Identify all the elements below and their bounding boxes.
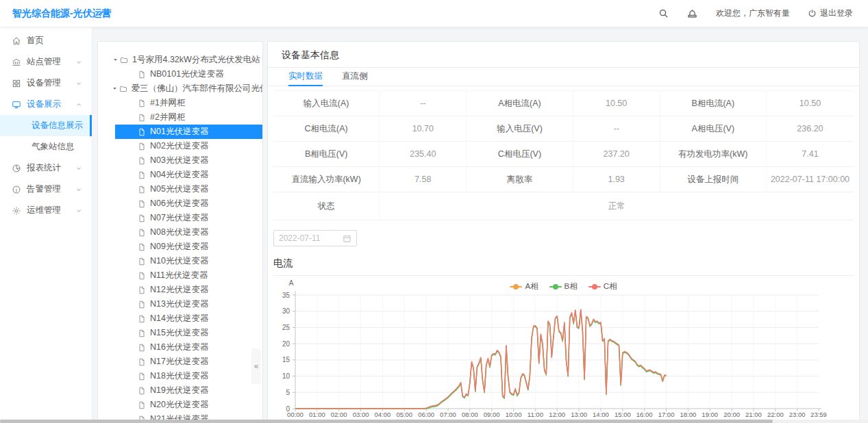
svg-text:30: 30 <box>282 307 290 315</box>
sidebar-item-1[interactable]: 首页 <box>0 30 92 51</box>
sidebar-item-7[interactable]: 报表统计 <box>0 157 92 179</box>
tree-node[interactable]: N11光伏逆变器 <box>115 268 262 283</box>
tree-node[interactable]: N13光伏逆变器 <box>115 297 262 311</box>
svg-text:03:00: 03:00 <box>353 411 369 418</box>
top-header: 智光综合能源-光伏运营 欢迎您，广东智有量 退出登录 <box>0 0 868 27</box>
legend-item-B相[interactable]: B相 <box>549 281 578 292</box>
sidebar-item-9[interactable]: 运维管理 <box>0 200 92 221</box>
svg-text:00:00: 00:00 <box>287 411 303 418</box>
svg-text:16:00: 16:00 <box>636 411 653 418</box>
tree-node[interactable]: N03光伏逆变器 <box>115 153 262 168</box>
sidebar-item-label: 站点管理 <box>27 56 61 68</box>
logout-button[interactable]: 退出登录 <box>808 8 853 19</box>
caret-down-icon[interactable] <box>110 57 120 63</box>
file-icon <box>138 315 146 323</box>
tree-node-label: N12光伏逆变器 <box>150 284 208 296</box>
date-input[interactable] <box>279 233 338 243</box>
cluster-icon <box>12 79 21 88</box>
tree-node[interactable]: NB0101光伏逆变器 <box>115 67 262 81</box>
tree-node[interactable]: N08光伏逆变器 <box>115 225 262 240</box>
tree-node[interactable]: N16光伏逆变器 <box>115 340 262 355</box>
svg-text:09:00: 09:00 <box>484 411 500 418</box>
legend-item-A相[interactable]: A相 <box>510 281 538 292</box>
svg-text:08:00: 08:00 <box>462 411 478 418</box>
sidebar-item-6[interactable]: 气象站信息 <box>0 136 92 157</box>
svg-text:18:00: 18:00 <box>680 411 697 418</box>
legend-item-C相[interactable]: C相 <box>588 281 617 292</box>
field-value: 10.50 <box>767 91 854 116</box>
tree-node[interactable]: N15光伏逆变器 <box>115 326 262 340</box>
date-picker[interactable] <box>273 230 357 246</box>
field-value: 2022-07-11 17:00:00 <box>767 167 854 192</box>
svg-text:12:00: 12:00 <box>549 411 565 418</box>
sidebar-item-label: 首页 <box>27 35 44 47</box>
svg-text:04:00: 04:00 <box>375 411 391 418</box>
field-label: B相电压(V) <box>273 142 380 166</box>
tree-node[interactable]: N04光伏逆变器 <box>115 168 262 182</box>
tree-node[interactable]: N20光伏逆变器 <box>115 398 262 412</box>
app-window: 智光综合能源-光伏运营 欢迎您，广东智有量 退出登录 <box>0 0 868 423</box>
file-icon <box>138 300 146 309</box>
tree-node-label: 爱三（佛山）汽车部件有限公司光伏发 <box>132 83 262 94</box>
tree-node-label: N20光伏逆变器 <box>150 399 208 411</box>
tree-node[interactable]: N05光伏逆变器 <box>115 182 262 196</box>
tree-node[interactable]: N17光伏逆变器 <box>115 355 262 369</box>
scrollbar-thumb[interactable] <box>0 420 773 423</box>
sidebar-item-2[interactable]: 站点管理 <box>0 51 92 73</box>
svg-text:17:00: 17:00 <box>658 411 675 418</box>
tab-1[interactable]: 实时数据 <box>288 68 323 86</box>
tree-node[interactable]: N10光伏逆变器 <box>115 254 262 268</box>
caret-down-icon[interactable] <box>110 86 119 92</box>
tree-node-label: #2并网柜 <box>150 112 185 123</box>
tab-2[interactable]: 直流侧 <box>342 68 368 86</box>
field-label: 输入电压(V) <box>467 116 573 141</box>
svg-text:10:00: 10:00 <box>506 411 522 418</box>
sidebar-item-4[interactable]: 设备展示 <box>0 94 92 115</box>
tree-node[interactable]: N12光伏逆变器 <box>115 283 262 297</box>
tree-node[interactable]: N06光伏逆变器 <box>115 196 262 211</box>
field-label: B相电流(A) <box>660 91 767 116</box>
tree-node[interactable]: N14光伏逆变器 <box>115 311 262 326</box>
sidebar-item-5[interactable]: 设备信息展示 <box>0 115 92 136</box>
menu-fold-icon[interactable] <box>99 8 111 19</box>
horizontal-scrollbar[interactable] <box>0 420 868 423</box>
file-icon <box>138 142 146 151</box>
tree-node-label: NB0101光伏逆变器 <box>150 68 224 80</box>
sidebar-item-3[interactable]: 设备管理 <box>0 73 92 94</box>
tree-node[interactable]: 爱三（佛山）汽车部件有限公司光伏发 <box>98 81 262 96</box>
chevron-down-icon <box>75 186 82 193</box>
home-icon <box>12 36 21 46</box>
info-icon <box>12 185 21 194</box>
svg-text:35: 35 <box>282 292 290 299</box>
welcome-text: 欢迎您，广东智有量 <box>716 8 790 19</box>
tree-node[interactable]: N18光伏逆变器 <box>115 369 262 383</box>
svg-text:05:00: 05:00 <box>396 411 412 418</box>
chart-section-title: 电流 <box>273 257 854 276</box>
svg-text:14:00: 14:00 <box>593 411 609 418</box>
tree-node-label: N02光伏逆变器 <box>150 140 208 152</box>
tree-node[interactable]: #2并网柜 <box>115 110 262 125</box>
svg-text:23:00: 23:00 <box>789 411 806 418</box>
alarm-icon[interactable] <box>686 8 698 19</box>
device-tree-panel: 1号家用4.32kW分布式光伏发电站NB0101光伏逆变器爱三（佛山）汽车部件有… <box>97 41 263 423</box>
tree-collapse-handle[interactable]: « <box>251 348 261 384</box>
file-icon <box>138 99 146 107</box>
tree-node[interactable]: 1号家用4.32kW分布式光伏发电站 <box>98 53 262 67</box>
file-icon <box>138 114 146 122</box>
search-icon[interactable] <box>658 8 669 18</box>
field-label: 离散率 <box>467 167 573 192</box>
sidebar-item-8[interactable]: 告警管理 <box>0 179 92 200</box>
file-icon <box>138 185 146 194</box>
tree-node[interactable]: N09光伏逆变器 <box>115 240 262 254</box>
device-info-table: 输入电流(A)--A相电流(A)10.50B相电流(A)10.50C相电流(A)… <box>273 90 854 220</box>
tree-node[interactable]: N07光伏逆变器 <box>115 211 262 225</box>
field-value: 236.20 <box>767 116 854 141</box>
tree-node[interactable]: N01光伏逆变器 <box>115 125 262 139</box>
tree-node-label: N04光伏逆变器 <box>150 169 208 181</box>
tree-node[interactable]: N19光伏逆变器 <box>115 383 262 398</box>
field-value: -- <box>573 116 660 141</box>
chart-canvas: 05101520253035A00:0001:0002:0003:0004:00… <box>273 279 852 421</box>
report-icon <box>12 164 21 173</box>
tree-node[interactable]: #1并网柜 <box>115 96 262 110</box>
tree-node[interactable]: N02光伏逆变器 <box>115 139 262 153</box>
